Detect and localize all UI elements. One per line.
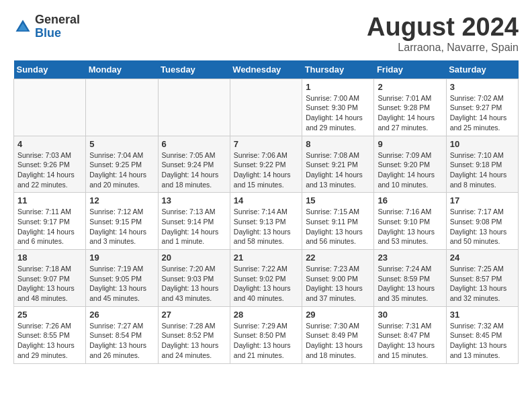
day-info: Sunrise: 7:32 AM Sunset: 8:45 PM Dayligh… <box>450 321 515 361</box>
calendar-cell <box>230 79 302 136</box>
calendar-cell: 27Sunrise: 7:28 AM Sunset: 8:52 PM Dayli… <box>158 306 230 363</box>
day-number: 22 <box>306 253 370 263</box>
calendar-cell: 25Sunrise: 7:26 AM Sunset: 8:55 PM Dayli… <box>14 306 86 363</box>
day-number: 4 <box>17 139 82 149</box>
day-number: 29 <box>306 310 370 320</box>
day-info: Sunrise: 7:30 AM Sunset: 8:49 PM Dayligh… <box>306 321 370 361</box>
day-number: 10 <box>450 139 515 149</box>
calendar-cell: 17Sunrise: 7:17 AM Sunset: 9:08 PM Dayli… <box>446 193 518 250</box>
day-number: 20 <box>162 253 226 263</box>
day-number: 18 <box>17 253 82 263</box>
day-info: Sunrise: 7:19 AM Sunset: 9:05 PM Dayligh… <box>89 264 154 304</box>
day-info: Sunrise: 7:05 AM Sunset: 9:24 PM Dayligh… <box>162 150 226 190</box>
day-number: 6 <box>162 139 226 149</box>
weekday-header: Monday <box>86 60 158 79</box>
weekday-header: Friday <box>374 60 446 79</box>
page-header: General Blue August 2024 Larraona, Navar… <box>13 13 519 54</box>
day-info: Sunrise: 7:08 AM Sunset: 9:21 PM Dayligh… <box>306 150 370 190</box>
day-number: 19 <box>89 253 154 263</box>
weekday-header: Wednesday <box>230 60 302 79</box>
calendar-cell: 30Sunrise: 7:31 AM Sunset: 8:47 PM Dayli… <box>374 306 446 363</box>
calendar-cell: 12Sunrise: 7:12 AM Sunset: 9:15 PM Dayli… <box>86 193 158 250</box>
day-info: Sunrise: 7:13 AM Sunset: 9:14 PM Dayligh… <box>162 207 226 246</box>
day-number: 28 <box>234 310 298 320</box>
day-info: Sunrise: 7:15 AM Sunset: 9:11 PM Dayligh… <box>306 207 370 246</box>
day-info: Sunrise: 7:25 AM Sunset: 8:57 PM Dayligh… <box>450 264 515 304</box>
calendar-cell: 19Sunrise: 7:19 AM Sunset: 9:05 PM Dayli… <box>86 250 158 307</box>
day-info: Sunrise: 7:31 AM Sunset: 8:47 PM Dayligh… <box>378 321 442 361</box>
weekday-header: Sunday <box>14 60 86 79</box>
calendar-cell: 28Sunrise: 7:29 AM Sunset: 8:50 PM Dayli… <box>230 306 302 363</box>
calendar-cell: 5Sunrise: 7:04 AM Sunset: 9:25 PM Daylig… <box>86 136 158 193</box>
day-info: Sunrise: 7:02 AM Sunset: 9:27 PM Dayligh… <box>450 93 515 133</box>
day-number: 30 <box>378 310 442 320</box>
day-number: 15 <box>306 195 370 205</box>
day-info: Sunrise: 7:06 AM Sunset: 9:22 PM Dayligh… <box>234 150 298 190</box>
day-number: 31 <box>450 310 515 320</box>
logo-icon <box>13 17 32 36</box>
logo: General Blue <box>13 13 80 40</box>
calendar-cell: 4Sunrise: 7:03 AM Sunset: 9:26 PM Daylig… <box>14 136 86 193</box>
weekday-header-row: SundayMondayTuesdayWednesdayThursdayFrid… <box>14 60 519 79</box>
calendar-cell <box>14 79 86 136</box>
calendar-cell: 16Sunrise: 7:16 AM Sunset: 9:10 PM Dayli… <box>374 193 446 250</box>
calendar-cell: 2Sunrise: 7:01 AM Sunset: 9:28 PM Daylig… <box>374 79 446 136</box>
calendar-cell: 10Sunrise: 7:10 AM Sunset: 9:18 PM Dayli… <box>446 136 518 193</box>
calendar-cell: 31Sunrise: 7:32 AM Sunset: 8:45 PM Dayli… <box>446 306 518 363</box>
day-info: Sunrise: 7:03 AM Sunset: 9:26 PM Dayligh… <box>17 150 82 190</box>
day-info: Sunrise: 7:01 AM Sunset: 9:28 PM Dayligh… <box>378 93 442 133</box>
day-info: Sunrise: 7:23 AM Sunset: 9:00 PM Dayligh… <box>306 264 370 304</box>
day-number: 21 <box>234 253 298 263</box>
calendar-cell: 18Sunrise: 7:18 AM Sunset: 9:07 PM Dayli… <box>14 250 86 307</box>
day-number: 14 <box>234 195 298 205</box>
calendar-cell: 29Sunrise: 7:30 AM Sunset: 8:49 PM Dayli… <box>302 306 374 363</box>
title-area: August 2024 Larraona, Navarre, Spain <box>367 13 519 54</box>
day-info: Sunrise: 7:11 AM Sunset: 9:17 PM Dayligh… <box>17 207 82 246</box>
day-info: Sunrise: 7:28 AM Sunset: 8:52 PM Dayligh… <box>162 321 226 361</box>
calendar-week-row: 4Sunrise: 7:03 AM Sunset: 9:26 PM Daylig… <box>14 136 519 193</box>
day-info: Sunrise: 7:04 AM Sunset: 9:25 PM Dayligh… <box>89 150 154 190</box>
day-info: Sunrise: 7:10 AM Sunset: 9:18 PM Dayligh… <box>450 150 515 190</box>
calendar-cell: 24Sunrise: 7:25 AM Sunset: 8:57 PM Dayli… <box>446 250 518 307</box>
day-number: 1 <box>306 82 370 92</box>
day-number: 8 <box>306 139 370 149</box>
day-number: 5 <box>89 139 154 149</box>
logo-blue-text: Blue <box>35 26 61 40</box>
logo-general-text: General <box>35 13 80 26</box>
month-title: August 2024 <box>367 13 519 42</box>
day-info: Sunrise: 7:18 AM Sunset: 9:07 PM Dayligh… <box>17 264 82 304</box>
day-info: Sunrise: 7:20 AM Sunset: 9:03 PM Dayligh… <box>162 264 226 304</box>
calendar-cell: 8Sunrise: 7:08 AM Sunset: 9:21 PM Daylig… <box>302 136 374 193</box>
calendar-table: SundayMondayTuesdayWednesdayThursdayFrid… <box>13 60 519 364</box>
calendar-cell: 15Sunrise: 7:15 AM Sunset: 9:11 PM Dayli… <box>302 193 374 250</box>
calendar-cell: 22Sunrise: 7:23 AM Sunset: 9:00 PM Dayli… <box>302 250 374 307</box>
day-number: 16 <box>378 195 442 205</box>
calendar-cell: 6Sunrise: 7:05 AM Sunset: 9:24 PM Daylig… <box>158 136 230 193</box>
calendar-cell: 11Sunrise: 7:11 AM Sunset: 9:17 PM Dayli… <box>14 193 86 250</box>
day-info: Sunrise: 7:16 AM Sunset: 9:10 PM Dayligh… <box>378 207 442 246</box>
day-number: 26 <box>89 310 154 320</box>
day-number: 13 <box>162 195 226 205</box>
calendar-cell: 21Sunrise: 7:22 AM Sunset: 9:02 PM Dayli… <box>230 250 302 307</box>
day-number: 27 <box>162 310 226 320</box>
location-text: Larraona, Navarre, Spain <box>367 42 519 54</box>
day-number: 3 <box>450 82 515 92</box>
calendar-cell: 13Sunrise: 7:13 AM Sunset: 9:14 PM Dayli… <box>158 193 230 250</box>
calendar-week-row: 1Sunrise: 7:00 AM Sunset: 9:30 PM Daylig… <box>14 79 519 136</box>
day-number: 7 <box>234 139 298 149</box>
calendar-cell <box>86 79 158 136</box>
day-number: 23 <box>378 253 442 263</box>
day-info: Sunrise: 7:17 AM Sunset: 9:08 PM Dayligh… <box>450 207 515 246</box>
calendar-cell: 26Sunrise: 7:27 AM Sunset: 8:54 PM Dayli… <box>86 306 158 363</box>
day-number: 9 <box>378 139 442 149</box>
calendar-cell: 23Sunrise: 7:24 AM Sunset: 8:59 PM Dayli… <box>374 250 446 307</box>
calendar-week-row: 18Sunrise: 7:18 AM Sunset: 9:07 PM Dayli… <box>14 250 519 307</box>
calendar-cell: 1Sunrise: 7:00 AM Sunset: 9:30 PM Daylig… <box>302 79 374 136</box>
day-info: Sunrise: 7:14 AM Sunset: 9:13 PM Dayligh… <box>234 207 298 246</box>
day-info: Sunrise: 7:00 AM Sunset: 9:30 PM Dayligh… <box>306 93 370 133</box>
calendar-cell: 9Sunrise: 7:09 AM Sunset: 9:20 PM Daylig… <box>374 136 446 193</box>
day-number: 12 <box>89 195 154 205</box>
day-info: Sunrise: 7:27 AM Sunset: 8:54 PM Dayligh… <box>89 321 154 361</box>
day-info: Sunrise: 7:12 AM Sunset: 9:15 PM Dayligh… <box>89 207 154 246</box>
day-info: Sunrise: 7:09 AM Sunset: 9:20 PM Dayligh… <box>378 150 442 190</box>
